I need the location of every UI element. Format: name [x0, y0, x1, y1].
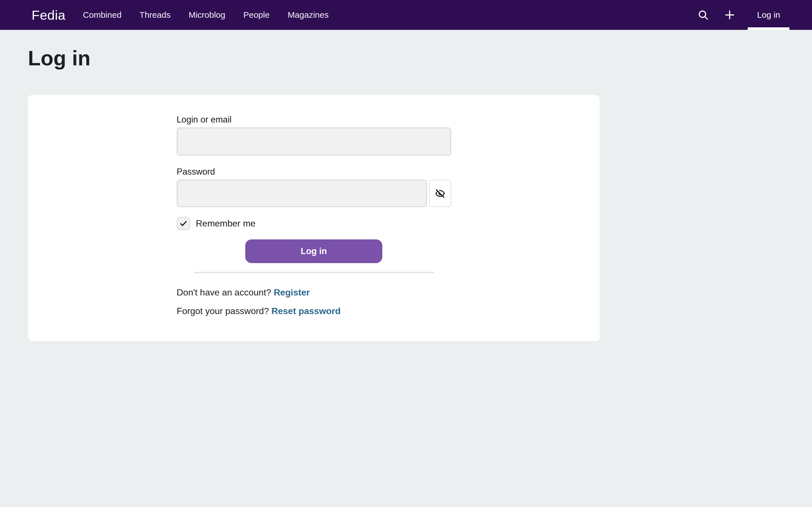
- remember-me-checkbox[interactable]: [177, 217, 190, 230]
- login-or-email-label: Login or email: [177, 114, 451, 125]
- brand-logo[interactable]: Fedia: [32, 8, 65, 22]
- nav-item-combined[interactable]: Combined: [74, 0, 131, 30]
- nav-item-threads[interactable]: Threads: [131, 0, 180, 30]
- login-card: Login or email Password: [28, 95, 600, 341]
- add-button[interactable]: [722, 0, 738, 30]
- password-visibility-toggle[interactable]: [429, 180, 451, 207]
- remember-me-label[interactable]: Remember me: [196, 218, 256, 229]
- main-content: Log in Login or email Password: [0, 46, 812, 341]
- password-row: [177, 180, 451, 207]
- forgot-password-prompt: Forgot your password?: [177, 306, 269, 316]
- register-line: Don't have an account? Register: [177, 286, 451, 298]
- page-title: Log in: [28, 46, 812, 70]
- nav-item-microblog[interactable]: Microblog: [180, 0, 234, 30]
- login-tab[interactable]: Log in: [748, 0, 790, 30]
- top-navbar: Fedia Combined Threads Microblog People …: [0, 0, 812, 30]
- login-submit-button[interactable]: Log in: [245, 239, 382, 263]
- password-label: Password: [177, 166, 451, 177]
- checkmark-icon: [179, 219, 188, 228]
- search-icon: [698, 9, 709, 20]
- nav-item-people[interactable]: People: [234, 0, 278, 30]
- reset-password-link[interactable]: Reset password: [271, 306, 341, 316]
- login-form: Login or email Password: [177, 114, 451, 317]
- navbar-spacer: [338, 0, 695, 30]
- add-icon: [724, 9, 735, 21]
- register-link[interactable]: Register: [274, 287, 310, 297]
- login-or-email-input[interactable]: [177, 128, 451, 156]
- register-prompt: Don't have an account?: [177, 287, 271, 297]
- nav-item-magazines[interactable]: Magazines: [278, 0, 338, 30]
- main-nav: Combined Threads Microblog People Magazi…: [74, 0, 338, 30]
- reset-password-line: Forgot your password? Reset password: [177, 305, 451, 317]
- search-button[interactable]: [695, 0, 711, 30]
- remember-me-row: Remember me: [177, 217, 451, 230]
- password-input[interactable]: [177, 180, 427, 207]
- form-divider: [194, 272, 434, 273]
- eye-off-icon: [435, 188, 445, 199]
